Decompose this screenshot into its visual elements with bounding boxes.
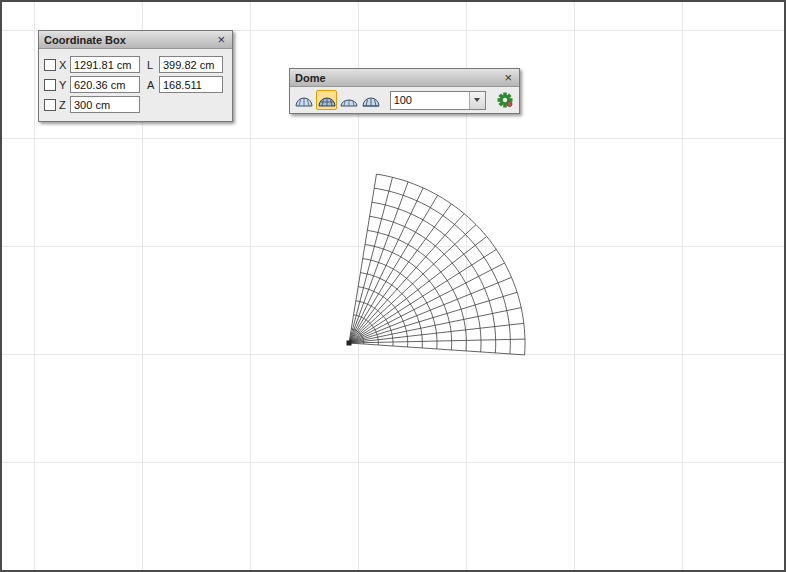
a-label: A (147, 79, 156, 91)
application-window: Coordinate Box × X L Y A Z (0, 0, 786, 572)
coordinate-row-z: Z (44, 96, 227, 113)
dome-value-input[interactable] (391, 92, 469, 109)
y-checkbox[interactable] (44, 79, 56, 91)
x-checkbox[interactable] (44, 59, 56, 71)
z-input[interactable] (70, 96, 140, 113)
dome-toolbar: Dome × (289, 68, 520, 114)
dome-tool-1-button[interactable] (294, 90, 314, 110)
coordinate-box-palette: Coordinate Box × X L Y A Z (38, 30, 233, 122)
dome-settings-button[interactable] (495, 90, 515, 110)
chevron-down-icon[interactable] (469, 92, 485, 109)
dome-value-combo (390, 91, 486, 110)
y-input[interactable] (70, 76, 140, 93)
coordinate-box-titlebar[interactable]: Coordinate Box × (39, 31, 232, 49)
coordinate-row-x: X L (44, 56, 227, 73)
dome-tool-4-button[interactable] (361, 90, 381, 110)
x-input[interactable] (70, 56, 140, 73)
coordinate-row-y: Y A (44, 76, 227, 93)
coordinate-box-title: Coordinate Box (44, 34, 215, 46)
dome-icon (340, 94, 358, 107)
x-label: X (59, 59, 70, 71)
dome-icon (318, 94, 336, 107)
dome-tool-3-button[interactable] (339, 90, 359, 110)
l-input[interactable] (159, 56, 223, 73)
l-label: L (147, 59, 156, 71)
dome-toolbar-titlebar[interactable]: Dome × (290, 69, 519, 87)
dome-icon (362, 94, 380, 107)
close-icon[interactable]: × (215, 33, 227, 46)
dome-toolbar-body (290, 87, 519, 113)
a-input[interactable] (159, 76, 223, 93)
gear-icon (497, 92, 513, 108)
coordinate-box-body: X L Y A Z (39, 49, 232, 121)
z-label: Z (59, 99, 70, 111)
close-icon[interactable]: × (502, 71, 514, 84)
dome-tool-2-button[interactable] (316, 90, 336, 110)
z-checkbox[interactable] (44, 99, 56, 111)
y-label: Y (59, 79, 70, 91)
dome-icon (295, 94, 313, 107)
dome-toolbar-title: Dome (295, 72, 502, 84)
